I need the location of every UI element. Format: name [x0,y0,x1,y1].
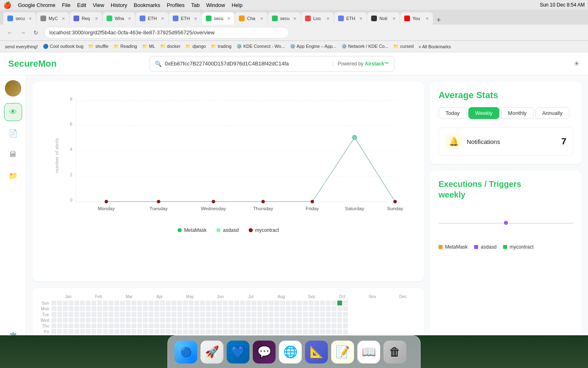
tab-noti[interactable]: Noti ✕ [367,12,400,25]
bookmark-trading[interactable]: 📁 trading [211,44,232,49]
address-bar: ← → ↻ [0,25,588,41]
executions-chart [439,206,573,239]
tab-close-10[interactable]: ✕ [326,16,330,21]
dock-dictionary[interactable]: 📖 [357,341,380,364]
bookmark-outlook[interactable]: 🔵 Cool outlook bug [43,44,84,49]
metamask-dot [178,228,182,232]
avatar[interactable] [5,80,21,96]
url-input[interactable] [44,27,289,38]
tab-close-6[interactable]: ✕ [194,16,197,21]
app-header: SecureMon 🔍 Powered by Airstack™ ☀ [0,52,588,75]
tab-close-2[interactable]: ✕ [62,16,65,21]
tab-secu-1[interactable]: secu ✕ [3,12,36,25]
menubar-bookmarks[interactable]: Bookmarks [134,2,160,8]
search-input[interactable] [165,61,329,67]
tab-close-4[interactable]: ✕ [128,16,131,21]
tab-close-3[interactable]: ✕ [95,16,98,21]
document-icon: 📄 [9,129,18,138]
svg-text:2: 2 [70,172,72,177]
metamask-label: MetaMask [184,227,207,233]
app-logo[interactable]: SecureMon [8,58,57,69]
menubar-help[interactable]: Help [232,2,243,8]
bookmark-kde[interactable]: ⚙️ KDE Connect - Wo... [236,44,285,49]
dock-chrome[interactable]: 🌐 [279,341,302,364]
tab-secu-active[interactable]: secu ✕ [202,12,234,25]
heatmap-row-thu: Thu [39,323,417,328]
menubar-file[interactable]: File [62,2,71,8]
new-tab-button[interactable]: + [433,16,444,25]
svg-text:Saturday: Saturday [345,206,364,211]
bookmark-ml[interactable]: 📁 ML [142,44,155,49]
apple-menu[interactable]: 🍎 [3,1,11,9]
reload-button[interactable]: ↻ [31,28,41,38]
bookmark-send[interactable]: send everything! [5,44,38,49]
svg-text:🔵: 🔵 [180,347,192,358]
svg-point-25 [105,200,108,204]
svg-text:number of alerts: number of alerts [54,138,59,173]
bookmark-all[interactable]: » All Bookmarks [419,44,451,49]
menubar-window[interactable]: Window [206,2,225,8]
bookmark-docker[interactable]: 📁 docker [160,44,180,49]
bookmark-appengine[interactable]: ⚙️ App Engine – App... [290,44,336,49]
menubar-tab[interactable]: Tab [191,2,200,8]
chart-legend: MetaMask asdasd mycontract [41,227,416,233]
menubar-profiles[interactable]: Profiles [167,2,185,8]
dock-slack[interactable]: 💬 [253,341,276,364]
heatmap-cells-sun [51,301,417,305]
dock-trash[interactable]: 🗑 [383,341,406,364]
sidebar-item-overview[interactable]: 👁 [4,103,22,121]
period-tab-monthly[interactable]: Monthly [501,107,534,119]
svg-point-29 [311,200,314,204]
menubar-app-name[interactable]: Google Chrome [18,2,56,8]
tab-close-13[interactable]: ✕ [425,16,429,21]
sidebar-item-reports[interactable]: 📄 [4,124,22,142]
period-tab-today[interactable]: Today [439,107,467,119]
legend-mycontract: mycontract [249,227,279,233]
tab-loo[interactable]: Loo ✕ [301,12,334,25]
executions-legend: MetaMask asdasd mycontract [439,244,573,250]
bookmark-cursed[interactable]: 📁 cursed [393,44,414,49]
dock-launchpad[interactable]: 🚀 [200,341,223,364]
dock-vscode[interactable]: 💙 [227,341,249,364]
asdasd-label: asdasd [223,227,239,233]
bookmark-shuffle[interactable]: 📁 shuffle [88,44,108,49]
menubar-edit[interactable]: Edit [77,2,86,8]
bookmark-reading[interactable]: 📁 Reading [114,44,137,49]
theme-toggle-button[interactable]: ☀ [573,59,580,68]
forward-button[interactable]: → [18,28,28,38]
tab-close-5[interactable]: ✕ [161,16,164,21]
tab-close-1[interactable]: ✕ [29,16,32,21]
tab-eth-3[interactable]: ETH ✕ [334,12,367,25]
tab-secu-3[interactable]: secu ✕ [268,12,301,25]
period-tab-weekly[interactable]: Weekly [468,107,499,119]
menubar-view[interactable]: View [93,2,104,8]
tab-req[interactable]: Req ✕ [69,12,102,25]
sidebar-item-folders[interactable]: 📁 [4,167,22,185]
back-button[interactable]: ← [5,28,15,38]
tab-eth-1[interactable]: ETH ✕ [136,12,168,25]
notification-label: Notifications [467,138,557,145]
search-bar: 🔍 Powered by Airstack™ [149,56,394,72]
dock-finder[interactable]: 🔵 [174,341,197,364]
heatmap-month-headers: Jan Feb Mar Apr May Jun Jul Aug Sep Oct … [39,294,417,299]
exec-label-asdasd: asdasd [481,244,497,250]
tab-myc[interactable]: MyC ✕ [36,12,69,25]
menubar-history[interactable]: History [111,2,127,8]
bookmark-django[interactable]: 📁 django [185,44,206,49]
bookmark-network[interactable]: ⚙️ Network / KDE Co... [341,44,388,49]
tab-close-8[interactable]: ✕ [260,16,263,21]
stats-card: Average Stats Today Weekly Monthly Annua… [430,82,581,164]
building-icon: 🏛 [9,150,17,159]
period-tab-annually[interactable]: Annually [535,107,570,119]
tab-eth-2[interactable]: ETH ✕ [169,12,201,25]
tab-you[interactable]: You ✕ [400,12,433,25]
dock-linear[interactable]: 📐 [305,341,328,364]
tab-close-12[interactable]: ✕ [392,16,396,21]
tab-wha[interactable]: Wha ✕ [102,12,135,25]
dock-notes[interactable]: 📝 [331,341,354,364]
tab-cha[interactable]: Cha ✕ [235,12,267,25]
tab-close-11[interactable]: ✕ [359,16,363,21]
sidebar-item-contracts[interactable]: 🏛 [4,146,22,164]
tab-close-9[interactable]: ✕ [293,16,296,21]
tab-close-7[interactable]: ✕ [227,16,230,21]
